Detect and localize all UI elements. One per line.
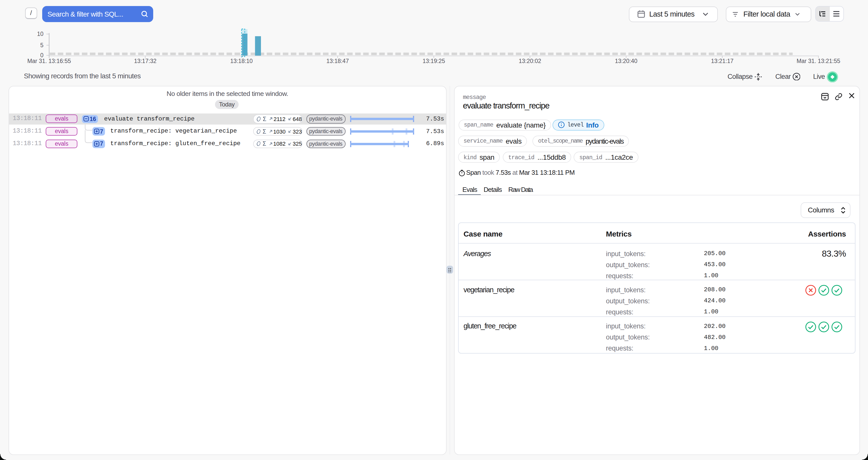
svg-text:13:20:40: 13:20:40 [615, 58, 638, 64]
svg-text:13:20:02: 13:20:02 [519, 58, 541, 64]
svg-text:5: 5 [40, 42, 43, 48]
svg-text:13:18:47: 13:18:47 [326, 58, 349, 64]
svg-text:13:17:32: 13:17:32 [134, 58, 157, 64]
svg-text:13:19:25: 13:19:25 [423, 58, 445, 64]
svg-text:13:18:10: 13:18:10 [230, 58, 253, 64]
svg-text:Mar 31. 13:21:55: Mar 31. 13:21:55 [797, 58, 840, 64]
svg-text:13:21:17: 13:21:17 [711, 58, 734, 64]
svg-text:Mar 31. 13:16:55: Mar 31. 13:16:55 [27, 58, 71, 64]
svg-text:10: 10 [37, 31, 43, 37]
